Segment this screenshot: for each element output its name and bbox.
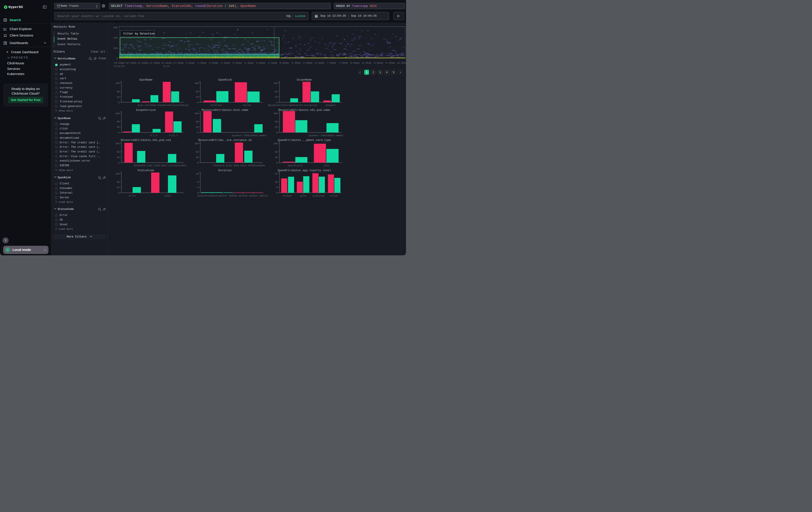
svg-text:3:00am: 3:00am <box>233 61 242 64</box>
svg-text:100: 100 <box>115 112 120 115</box>
svg-text:50: 50 <box>117 181 119 183</box>
svg-text:Duration: Duration <box>218 169 232 172</box>
svg-text:f5344ec9-a1ea-4290-a62a-78f5be: f5344ec9-a1ea-4290-a62a-78f5bee8d90b <box>213 164 265 167</box>
svg-text:50: 50 <box>196 120 198 123</box>
svg-text:1019375: 1019375 <box>197 194 207 197</box>
svg-text:10:30pm: 10:30pm <box>126 61 136 64</box>
svg-text:25: 25 <box>117 156 119 159</box>
svg-text:@hyperdx/instrumentation-excep: @hyperdx/instrumentation-exception <box>268 104 318 107</box>
svg-text:400: 400 <box>113 36 118 39</box>
svg-text:25: 25 <box>196 96 198 99</box>
svg-text:1405128: 1405128 <box>207 194 218 197</box>
svg-text:0: 0 <box>116 57 118 60</box>
svg-text:Unset: Unset <box>164 194 172 197</box>
svg-text:SpanAttributes...yment.card_ty: SpanAttributes...yment.card_type <box>278 139 331 142</box>
svg-text:0: 0 <box>197 101 199 104</box>
svg-text:0: 0 <box>276 101 278 104</box>
svg-text:7:30am: 7:30am <box>339 61 348 64</box>
svg-text:ResourceAttributes.k8s.pod.uid: ResourceAttributes.k8s.pod.uid <box>121 139 171 142</box>
svg-text:25: 25 <box>117 126 119 129</box>
svg-text:100: 100 <box>273 112 278 115</box>
svg-text:50: 50 <box>196 90 198 93</box>
svg-text:8: 8 <box>197 181 199 183</box>
svg-text:25: 25 <box>275 96 278 99</box>
svg-text:759085: 759085 <box>228 194 237 197</box>
svg-text:100: 100 <box>115 82 120 85</box>
svg-text:9/15: 9/15 <box>163 65 169 68</box>
svg-text:SpanAttributes.app.loyalty.lev: SpanAttributes.app.loyalty.level <box>278 169 331 172</box>
svg-text:12:30am: 12:30am <box>173 61 183 64</box>
svg-text:payment-7985c8969c-mwmw7: payment-7985c8969c-mwmw7 <box>232 134 267 137</box>
svg-text:4:00am: 4:00am <box>256 61 265 64</box>
svg-text:25: 25 <box>275 156 278 159</box>
svg-text:600: 600 <box>113 26 118 29</box>
svg-text:25: 25 <box>196 126 198 129</box>
svg-text:0: 0 <box>118 162 120 164</box>
svg-text:0.51.1: 0.51.1 <box>169 134 178 137</box>
svg-text:3:30am: 3:30am <box>244 61 254 64</box>
svg-text:bronze: bronze <box>283 194 292 197</box>
svg-text:50: 50 <box>117 151 119 153</box>
svg-text:16: 16 <box>275 181 278 183</box>
svg-text:9:00am: 9:00am <box>374 61 383 64</box>
svg-text:0: 0 <box>118 101 120 104</box>
svg-text:100: 100 <box>194 142 199 145</box>
svg-text:SpanKind: SpanKind <box>218 78 232 81</box>
svg-text:25: 25 <box>117 186 119 189</box>
svg-text:ScopeName: ScopeName <box>297 78 312 81</box>
svg-text:8: 8 <box>276 186 278 189</box>
svg-text:10:00pm: 10:00pm <box>114 61 124 64</box>
svg-text:Internal: Internal <box>210 104 222 107</box>
svg-text:7:00am: 7:00am <box>327 61 336 64</box>
svg-text:50: 50 <box>275 90 278 93</box>
svg-text:5:00am: 5:00am <box>280 61 289 64</box>
svg-text:50: 50 <box>117 120 119 123</box>
svg-text:?: ? <box>5 239 6 242</box>
svg-text:4:30am: 4:30am <box>268 61 277 64</box>
svg-text:Filter by Selection: Filter by Selection <box>123 32 154 35</box>
svg-text:ScopeVersion: ScopeVersion <box>136 109 156 112</box>
svg-text:0: 0 <box>276 162 278 164</box>
svg-text:0: 0 <box>118 192 120 194</box>
svg-text:32: 32 <box>275 172 278 175</box>
svg-text:9/14/25: 9/14/25 <box>114 65 124 68</box>
svg-text:0: 0 <box>197 131 199 134</box>
svg-text:payment-7985c8969c-mwmw7: payment-7985c8969c-mwmw7 <box>309 134 344 137</box>
svg-text:2:30am: 2:30am <box>221 61 230 64</box>
svg-text:0: 0 <box>276 131 278 134</box>
svg-text:9:30am: 9:30am <box>386 61 395 64</box>
svg-text:grpc.oteldemo.PaymentService/C: grpc.oteldemo.PaymentService/Charge <box>138 104 188 107</box>
svg-text:0.1.0: 0.1.0 <box>150 134 157 137</box>
svg-text:50: 50 <box>275 151 278 153</box>
svg-text:11:00pm: 11:00pm <box>137 61 148 64</box>
svg-text:payment: payment <box>326 104 336 107</box>
svg-text:mastercard: mastercard <box>288 164 302 167</box>
svg-text:5e02b5fb-13ae-4296-bbbc-111f42: 5e02b5fb-13ae-4296-bbbc-111f423c460d <box>134 164 186 167</box>
svg-text:StatusCode: StatusCode <box>137 169 154 172</box>
svg-text:100: 100 <box>194 82 199 85</box>
svg-text:10:00am: 10:00am <box>397 61 406 64</box>
svg-text:ResourceAttribu..ice.instance.: ResourceAttribu..ice.instance.id <box>198 139 252 142</box>
svg-text:583275: 583275 <box>218 194 227 197</box>
svg-text:1:00am: 1:00am <box>185 61 195 64</box>
svg-text:6:00am: 6:00am <box>303 61 313 64</box>
svg-text:100: 100 <box>194 112 199 115</box>
svg-text:25: 25 <box>196 156 198 159</box>
svg-text:807648: 807648 <box>238 194 247 197</box>
svg-text:2:00am: 2:00am <box>209 61 218 64</box>
svg-text:25: 25 <box>117 96 119 99</box>
svg-text:visa: visa <box>323 164 329 167</box>
svg-text:16: 16 <box>196 172 198 175</box>
svg-text:50: 50 <box>196 151 198 153</box>
svg-text:SpanName: SpanName <box>139 78 152 81</box>
svg-text:25: 25 <box>275 126 278 129</box>
svg-text:0: 0 <box>197 162 199 164</box>
svg-text:Server: Server <box>243 104 252 107</box>
svg-text:100: 100 <box>273 142 278 145</box>
svg-text:100: 100 <box>115 172 120 175</box>
svg-text:0: 0 <box>276 192 278 194</box>
svg-text:8:00am: 8:00am <box>350 61 360 64</box>
svg-text:1:30am: 1:30am <box>197 61 207 64</box>
svg-text:842654: 842654 <box>249 194 258 197</box>
svg-text:100: 100 <box>115 142 120 145</box>
